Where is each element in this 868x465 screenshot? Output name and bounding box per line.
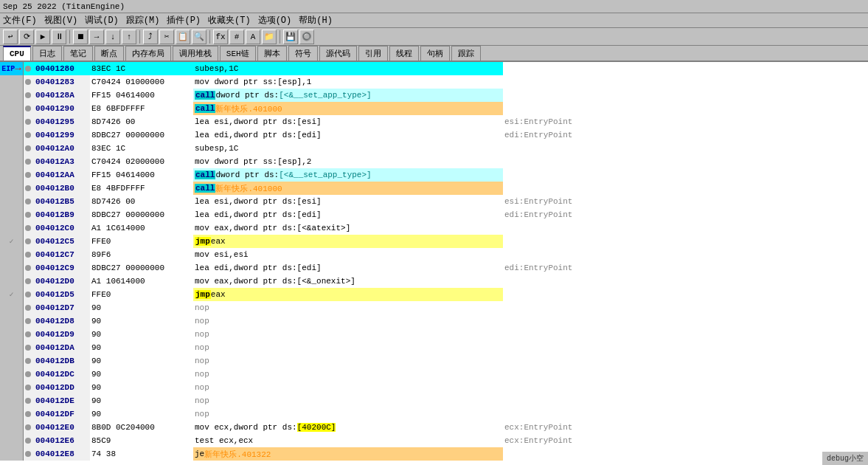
disasm-cell: nop	[193, 328, 503, 341]
toolbar-btn[interactable]: ✂	[159, 30, 174, 44]
tab-引用[interactable]: 引用	[358, 46, 388, 61]
bullet-cell	[24, 208, 34, 221]
table-row[interactable]: 004012DF90nop	[0, 407, 868, 421]
menu-item[interactable]: 插件(P)	[167, 14, 201, 27]
table-row[interactable]: ✓004012D5FFE0jmp eax	[0, 288, 868, 301]
disasm-cell: call 新年快乐.401000	[193, 102, 503, 115]
toolbar-btn[interactable]: 🔘	[299, 30, 314, 44]
tab-句柄[interactable]: 句柄	[420, 46, 450, 61]
toolbar-btn[interactable]: ↩	[3, 30, 18, 44]
bullet-cell	[24, 447, 34, 461]
table-row[interactable]: 00401283C70424 01000000mov dword ptr ss:…	[0, 75, 868, 89]
disasm-cell: mov eax,dword ptr ds:[<&atexit>]	[193, 221, 503, 235]
table-row[interactable]: 004012B58D7426 00lea esi,dword ptr ds:[e…	[0, 195, 868, 208]
table-row[interactable]: 004012DA90nop	[0, 341, 868, 354]
tab-断点[interactable]: 断点	[94, 46, 124, 61]
toolbar-btn[interactable]: ⏹	[73, 30, 88, 44]
tab-内存布局[interactable]: 内存布局	[125, 46, 171, 61]
toolbar-btn[interactable]: ↑	[122, 30, 136, 44]
table-row[interactable]: 004012A3C70424 02000000mov dword ptr ss:…	[0, 155, 868, 168]
table-row[interactable]: 00401290E8 6BFDFFFFcall 新年快乐.401000	[0, 102, 868, 115]
table-row[interactable]: 004012998DBC27 00000000lea edi,dword ptr…	[0, 128, 868, 142]
tab-符号[interactable]: 符号	[288, 46, 318, 61]
tab-调用堆栈[interactable]: 调用堆栈	[173, 46, 218, 61]
table-row[interactable]: 004012D790nop	[0, 301, 868, 314]
menu-item[interactable]: 收藏夹(T)	[208, 14, 251, 27]
tab-SEH链[interactable]: SEH链	[220, 46, 256, 61]
table-row[interactable]: 004012DC90nop	[0, 368, 868, 381]
toolbar-btn[interactable]: →	[89, 30, 104, 44]
table-row[interactable]: EIP→0040128083EC 1Csub esp,1C	[0, 62, 868, 75]
bullet-cell	[24, 182, 34, 195]
table-row[interactable]: 004012C789F6mov esi,esi	[0, 248, 868, 261]
menu-item[interactable]: 调试(D)	[85, 14, 119, 27]
disasm-view: EIP→0040128083EC 1Csub esp,1C00401283C70…	[0, 62, 868, 465]
addr-cell: 004012C0	[34, 221, 90, 235]
addr-cell: 004012D5	[34, 288, 90, 301]
toolbar-btn[interactable]: fx	[213, 30, 228, 44]
menu-item[interactable]: 文件(F)	[3, 14, 37, 27]
tab-笔记[interactable]: 笔记	[63, 46, 93, 61]
table-row[interactable]: 004012D890nop	[0, 314, 868, 328]
toolbar-btn[interactable]: ⟳	[19, 30, 34, 44]
table-row[interactable]: 004012D990nop	[0, 328, 868, 341]
bytes-cell: 89F6	[90, 248, 193, 261]
bytes-cell: 90	[90, 354, 193, 368]
toolbar-btn[interactable]: ⤴	[143, 30, 158, 44]
table-row[interactable]: 004012C98DBC27 00000000lea edi,dword ptr…	[0, 261, 868, 275]
table-row[interactable]: 0040128AFF15 04614000call dword ptr ds:[…	[0, 89, 868, 102]
table-row[interactable]: 004012958D7426 00lea esi,dword ptr ds:[e…	[0, 115, 868, 128]
tab-日志[interactable]: 日志	[32, 46, 62, 61]
bullet-cell	[24, 168, 34, 182]
table-row[interactable]: ✓004012C5FFE0jmp eax	[0, 235, 868, 248]
comment-cell	[503, 394, 868, 407]
table-row[interactable]: 004012A083EC 1Csub esp,1C	[0, 142, 868, 155]
addr-cell: 004012C5	[34, 235, 90, 248]
tab-脚本[interactable]: 脚本	[257, 46, 287, 61]
tab-CPU[interactable]: CPU	[3, 46, 31, 61]
table-row[interactable]: 004012DE90nop	[0, 394, 868, 407]
disasm-cell: lea edi,dword ptr ds:[edi]	[193, 261, 503, 275]
toolbar-btn[interactable]: A	[246, 30, 260, 44]
toolbar-btn[interactable]: ▶	[35, 30, 50, 44]
table-row[interactable]: 004012B0E8 4BFDFFFFcall 新年快乐.401000	[0, 182, 868, 195]
toolbar-btn[interactable]: ↓	[105, 30, 120, 44]
toolbar-btn[interactable]: 🔍	[192, 30, 206, 44]
toolbar-btn[interactable]: 💾	[283, 30, 298, 44]
bullet-cell	[24, 314, 34, 328]
comment-cell	[503, 62, 868, 75]
disasm-cell: sub esp,1C	[193, 142, 503, 155]
toolbar-btn[interactable]: 📁	[262, 30, 277, 44]
comment-cell	[503, 155, 868, 168]
table-row[interactable]: 004012AAFF15 04614000call dword ptr ds:[…	[0, 168, 868, 182]
menu-item[interactable]: 跟踪(M)	[126, 14, 160, 27]
menu-item[interactable]: 视图(V)	[44, 14, 78, 27]
toolbar-btn[interactable]: 📋	[176, 30, 190, 44]
eip-cell	[0, 314, 24, 328]
menu-item[interactable]: 选项(O)	[258, 14, 292, 27]
comment-cell	[503, 301, 868, 314]
bytes-cell: A1 10614000	[90, 275, 193, 288]
tab-线程[interactable]: 线程	[389, 46, 419, 61]
addr-cell: 004012DE	[34, 394, 90, 407]
table-row[interactable]: 004012E874 38je 新年快乐.401322	[0, 447, 868, 461]
table-row[interactable]: 004012DB90nop	[0, 354, 868, 368]
toolbar-btn[interactable]: #	[229, 30, 244, 44]
table-row[interactable]: 004012B98DBC27 00000000lea edi,dword ptr…	[0, 208, 868, 221]
table-row[interactable]: 004012DD90nop	[0, 381, 868, 394]
toolbar-btn[interactable]: ⏸	[52, 30, 66, 44]
menubar: 文件(F)视图(V)调试(D)跟踪(M)插件(P)收藏夹(T)选项(O)帮助(H…	[0, 13, 868, 28]
table-row[interactable]: 004012E08B0D 0C204000mov ecx,dword ptr d…	[0, 421, 868, 434]
menu-item[interactable]: 帮助(H)	[299, 14, 333, 27]
comment-cell	[503, 168, 868, 182]
comment-cell: edi:EntryPoint	[503, 208, 868, 221]
table-row[interactable]: 004012E685C9test ecx,ecxecx:EntryPoint	[0, 434, 868, 447]
bytes-cell: FF15 04614000	[90, 168, 193, 182]
tab-源代码[interactable]: 源代码	[319, 46, 357, 61]
addr-cell: 004012B5	[34, 195, 90, 208]
tab-跟踪[interactable]: 跟踪	[451, 46, 481, 61]
eip-cell: ✓	[0, 288, 24, 301]
table-row[interactable]: 004012C0A1 1C614000mov eax,dword ptr ds:…	[0, 221, 868, 235]
disasm-cell: call dword ptr ds:[<&__set_app_type>]	[193, 168, 503, 182]
table-row[interactable]: 004012D0A1 10614000mov eax,dword ptr ds:…	[0, 275, 868, 288]
